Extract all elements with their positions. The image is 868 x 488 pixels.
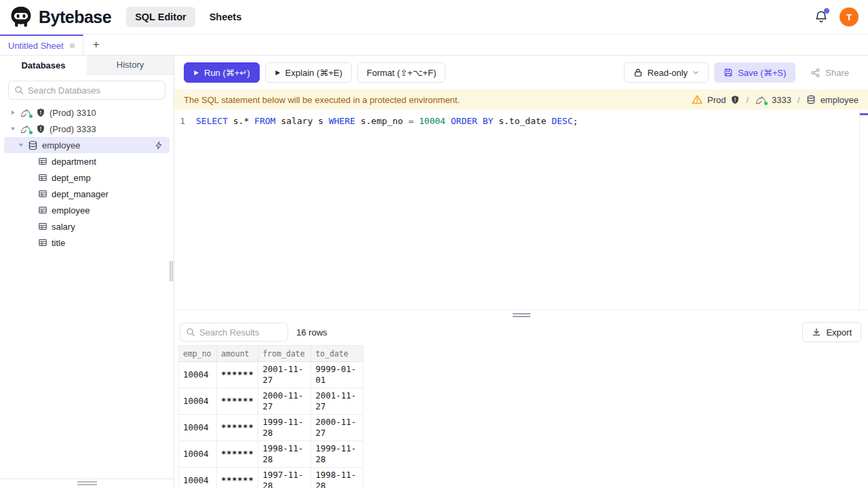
save-button[interactable]: Save (⌘+S) xyxy=(714,62,795,83)
table-row[interactable]: 10004******2001-11-279999-01-01 xyxy=(179,362,363,388)
table-icon xyxy=(38,205,47,215)
sql-token xyxy=(446,116,451,126)
instance-row[interactable]: (Prod) 3333 xyxy=(0,121,174,137)
sql-token xyxy=(414,116,419,126)
column-header[interactable]: amount xyxy=(217,346,258,362)
table-cell: 10004 xyxy=(179,388,217,415)
table-cell: 2001-11-27 xyxy=(258,362,311,388)
search-databases-input[interactable] xyxy=(28,85,159,96)
explain-button[interactable]: Explain (⌘+E) xyxy=(265,62,352,83)
database-label: employee xyxy=(42,140,80,150)
table-item[interactable]: title xyxy=(0,235,174,251)
protected-env-banner: The SQL statement below will be executed… xyxy=(174,89,868,110)
nav-sheets[interactable]: Sheets xyxy=(201,7,251,27)
table-cell: ****** xyxy=(217,388,258,415)
column-header[interactable]: emp_no xyxy=(179,346,217,362)
table-label: dept_manager xyxy=(52,189,108,199)
editor-area: Run (⌘+↵) Explain (⌘+E) Format (⇧+⌥+F) R… xyxy=(174,56,868,488)
export-label: Export xyxy=(826,327,852,338)
tab-untitled-sheet[interactable]: Untitled Sheet xyxy=(0,35,83,55)
breadcrumb-separator: / xyxy=(745,95,750,105)
database-icon xyxy=(806,95,816,104)
table-icon xyxy=(38,238,47,247)
share-button[interactable]: Share xyxy=(801,62,859,83)
notification-bell-icon[interactable] xyxy=(814,9,829,24)
tab-history[interactable]: History xyxy=(87,56,174,75)
sql-token: ; xyxy=(573,116,578,126)
sql-token: ORDER BY xyxy=(451,116,494,126)
search-icon xyxy=(14,85,24,95)
database-search xyxy=(8,81,165,100)
run-button[interactable]: Run (⌘+↵) xyxy=(184,62,260,83)
table-row[interactable]: 10004******1999-11-282000-11-27 xyxy=(179,415,363,441)
connection-status-dot xyxy=(29,115,33,118)
sql-token: salary s xyxy=(275,116,328,126)
tab-databases[interactable]: Databases xyxy=(0,56,87,75)
panel-splitter[interactable] xyxy=(174,310,868,319)
table-icon xyxy=(38,189,47,199)
table-cell: 9999-01-01 xyxy=(311,362,363,388)
mysql-icon xyxy=(20,124,32,134)
table-row[interactable]: 10004******1997-11-281998-11-28 xyxy=(179,468,363,488)
save-label: Save (⌘+S) xyxy=(738,68,786,78)
table-item[interactable]: employee xyxy=(0,202,174,218)
add-sheet-button[interactable]: + xyxy=(83,35,109,55)
connection-breadcrumb: Prod / 3333 / employee xyxy=(692,94,859,105)
connection-status-dot xyxy=(29,131,33,134)
table-cell: 1999-11-28 xyxy=(258,415,311,441)
chevron-down-icon[interactable] xyxy=(9,126,16,131)
table-cell: 1997-11-28 xyxy=(258,468,311,488)
row-count: 16 rows xyxy=(296,327,328,338)
table-label: dept_emp xyxy=(52,173,91,183)
download-icon xyxy=(812,327,821,337)
sql-token: s.to_date xyxy=(493,116,551,126)
sql-token: = xyxy=(408,116,414,126)
table-icon xyxy=(38,157,47,166)
sidebar-scrollbar-thumb[interactable] xyxy=(77,481,97,485)
table-item[interactable]: dept_manager xyxy=(0,186,174,202)
main-layout: Databases History (Prod) 3310(Prod) 3333… xyxy=(0,56,868,488)
table-row[interactable]: 10004******1998-11-281999-11-28 xyxy=(179,441,363,468)
environment-shield-icon xyxy=(730,95,740,104)
connection-status-dot xyxy=(764,102,768,105)
table-cell: 10004 xyxy=(179,441,217,468)
banner-message: The SQL statement below will be executed… xyxy=(184,95,460,105)
nav-sql-editor[interactable]: SQL Editor xyxy=(126,7,195,27)
avatar[interactable]: T xyxy=(840,7,859,26)
column-header[interactable]: from_date xyxy=(258,346,311,362)
table-label: salary xyxy=(52,222,75,232)
chevron-down-icon[interactable] xyxy=(18,142,24,148)
sidebar-resize-handle[interactable] xyxy=(170,261,173,281)
table-item[interactable]: department xyxy=(0,153,174,169)
sql-token: FROM xyxy=(254,116,275,126)
table-icon xyxy=(38,173,47,182)
chevron-right-icon[interactable] xyxy=(9,110,16,115)
column-header[interactable]: to_date xyxy=(311,346,363,362)
instance-row[interactable]: (Prod) 3310 xyxy=(0,104,174,121)
table-cell: 10004 xyxy=(179,362,217,388)
environment-shield-icon xyxy=(36,124,45,134)
quick-action-bolt-icon[interactable] xyxy=(155,141,163,150)
database-row[interactable]: employee xyxy=(4,137,170,153)
table-item[interactable]: dept_emp xyxy=(0,169,174,186)
results-panel: 16 rows Export emp_noamountfrom_dateto_d… xyxy=(174,319,868,488)
sql-editor[interactable]: 1 SELECT s.* FROM salary s WHERE s.emp_n… xyxy=(174,110,868,310)
table-row[interactable]: 10004******2000-11-272001-11-27 xyxy=(179,388,363,415)
unsaved-indicator xyxy=(70,43,75,48)
results-table: emp_noamountfrom_dateto_date 10004******… xyxy=(178,345,363,488)
sql-token: s.* xyxy=(228,116,254,126)
format-button[interactable]: Format (⇧+⌥+F) xyxy=(357,62,446,83)
table-label: department xyxy=(52,157,96,167)
table-cell: ****** xyxy=(217,441,258,468)
splitter-grip-icon xyxy=(513,313,530,317)
topbar-right: T xyxy=(814,7,859,26)
readonly-mode-button[interactable]: Read-only xyxy=(624,62,709,83)
export-button[interactable]: Export xyxy=(802,322,861,342)
database-tree: (Prod) 3310(Prod) 3333employeedepartment… xyxy=(0,104,174,251)
mysql-icon xyxy=(20,108,32,118)
sql-token: s.emp_no xyxy=(355,116,408,126)
table-cell: 2000-11-27 xyxy=(311,415,363,441)
bytebase-logo[interactable]: Bytebase xyxy=(9,5,111,28)
table-cell: 1998-11-28 xyxy=(311,468,363,488)
table-item[interactable]: salary xyxy=(0,218,174,235)
